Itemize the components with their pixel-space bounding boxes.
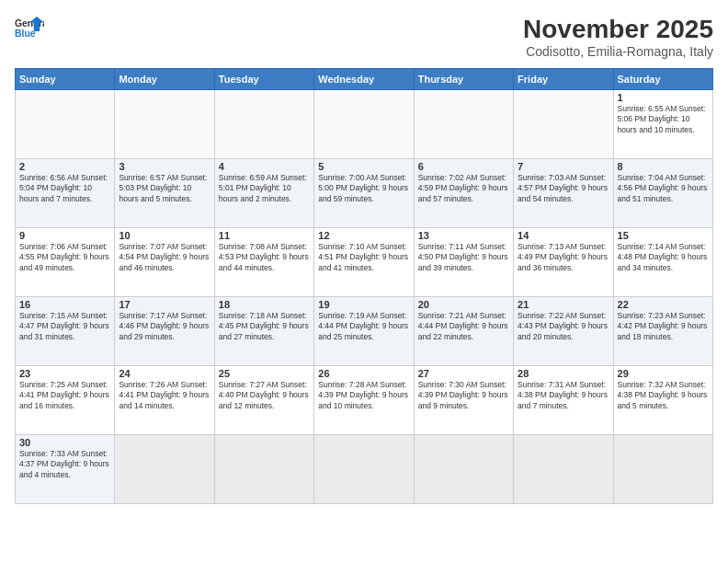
day-number: 25 — [219, 368, 310, 379]
col-monday: Monday — [115, 69, 214, 90]
day-number: 5 — [318, 161, 409, 172]
table-row: 3Sunrise: 6:57 AM Sunset: 5:03 PM Daylig… — [115, 159, 214, 228]
col-saturday: Saturday — [613, 69, 712, 90]
day-number: 30 — [19, 437, 110, 448]
calendar-week-row: 16Sunrise: 7:15 AM Sunset: 4:47 PM Dayli… — [16, 297, 713, 366]
table-row: 26Sunrise: 7:28 AM Sunset: 4:39 PM Dayli… — [314, 366, 414, 435]
table-row — [514, 90, 613, 159]
day-number: 8 — [618, 161, 709, 172]
day-info: Sunrise: 7:10 AM Sunset: 4:51 PM Dayligh… — [318, 242, 409, 273]
day-number: 4 — [219, 161, 310, 172]
day-number: 26 — [318, 368, 409, 379]
table-row: 11Sunrise: 7:08 AM Sunset: 4:53 PM Dayli… — [214, 228, 313, 297]
col-sunday: Sunday — [16, 69, 115, 90]
table-row — [314, 435, 414, 504]
day-number: 10 — [119, 230, 210, 241]
day-info: Sunrise: 7:25 AM Sunset: 4:41 PM Dayligh… — [19, 380, 110, 411]
table-row: 20Sunrise: 7:21 AM Sunset: 4:44 PM Dayli… — [414, 297, 513, 366]
day-info: Sunrise: 6:59 AM Sunset: 5:01 PM Dayligh… — [219, 173, 310, 204]
day-number: 20 — [418, 299, 509, 310]
table-row: 17Sunrise: 7:17 AM Sunset: 4:46 PM Dayli… — [115, 297, 214, 366]
table-row: 2Sunrise: 6:56 AM Sunset: 5:04 PM Daylig… — [16, 159, 115, 228]
day-info: Sunrise: 7:27 AM Sunset: 4:40 PM Dayligh… — [219, 380, 310, 411]
day-info: Sunrise: 7:07 AM Sunset: 4:54 PM Dayligh… — [119, 242, 210, 273]
table-row — [16, 90, 115, 159]
day-info: Sunrise: 7:22 AM Sunset: 4:43 PM Dayligh… — [518, 311, 609, 342]
day-number: 12 — [318, 230, 409, 241]
calendar-week-row: 23Sunrise: 7:25 AM Sunset: 4:41 PM Dayli… — [16, 366, 713, 435]
table-row — [115, 435, 214, 504]
table-row — [514, 435, 613, 504]
day-info: Sunrise: 6:56 AM Sunset: 5:04 PM Dayligh… — [19, 173, 110, 204]
table-row: 21Sunrise: 7:22 AM Sunset: 4:43 PM Dayli… — [514, 297, 613, 366]
day-info: Sunrise: 7:11 AM Sunset: 4:50 PM Dayligh… — [418, 242, 509, 273]
day-info: Sunrise: 7:31 AM Sunset: 4:38 PM Dayligh… — [518, 380, 609, 411]
day-info: Sunrise: 7:19 AM Sunset: 4:44 PM Dayligh… — [318, 311, 409, 342]
table-row: 19Sunrise: 7:19 AM Sunset: 4:44 PM Dayli… — [314, 297, 414, 366]
table-row: 12Sunrise: 7:10 AM Sunset: 4:51 PM Dayli… — [314, 228, 414, 297]
table-row: 18Sunrise: 7:18 AM Sunset: 4:45 PM Dayli… — [214, 297, 313, 366]
table-row — [214, 435, 313, 504]
day-number: 15 — [618, 230, 709, 241]
generalblue-logo-icon: General Blue — [15, 15, 44, 40]
day-number: 11 — [219, 230, 310, 241]
table-row: 15Sunrise: 7:14 AM Sunset: 4:48 PM Dayli… — [613, 228, 712, 297]
table-row: 7Sunrise: 7:03 AM Sunset: 4:57 PM Daylig… — [514, 159, 613, 228]
day-number: 16 — [19, 299, 110, 310]
day-info: Sunrise: 6:55 AM Sunset: 5:06 PM Dayligh… — [618, 104, 709, 135]
table-row — [214, 90, 313, 159]
day-info: Sunrise: 6:57 AM Sunset: 5:03 PM Dayligh… — [119, 173, 210, 204]
table-row: 30Sunrise: 7:33 AM Sunset: 4:37 PM Dayli… — [16, 435, 115, 504]
day-number: 27 — [418, 368, 509, 379]
day-number: 22 — [618, 299, 709, 310]
location: Codisotto, Emilia-Romagna, Italy — [523, 44, 713, 59]
calendar-week-row: 2Sunrise: 6:56 AM Sunset: 5:04 PM Daylig… — [16, 159, 713, 228]
day-info: Sunrise: 7:13 AM Sunset: 4:49 PM Dayligh… — [518, 242, 609, 273]
day-number: 1 — [618, 92, 709, 103]
header: General Blue November 2025 Codisotto, Em… — [15, 15, 713, 59]
month-title: November 2025 — [523, 15, 713, 44]
table-row: 22Sunrise: 7:23 AM Sunset: 4:42 PM Dayli… — [613, 297, 712, 366]
day-info: Sunrise: 7:08 AM Sunset: 4:53 PM Dayligh… — [219, 242, 310, 273]
day-info: Sunrise: 7:00 AM Sunset: 5:00 PM Dayligh… — [318, 173, 409, 204]
table-row: 4Sunrise: 6:59 AM Sunset: 5:01 PM Daylig… — [214, 159, 313, 228]
day-number: 2 — [19, 161, 110, 172]
table-row — [613, 435, 712, 504]
day-info: Sunrise: 7:18 AM Sunset: 4:45 PM Dayligh… — [219, 311, 310, 342]
svg-text:Blue: Blue — [15, 29, 36, 39]
day-number: 13 — [418, 230, 509, 241]
calendar-header-row: Sunday Monday Tuesday Wednesday Thursday… — [16, 69, 713, 90]
col-tuesday: Tuesday — [214, 69, 313, 90]
table-row: 8Sunrise: 7:04 AM Sunset: 4:56 PM Daylig… — [613, 159, 712, 228]
table-row: 27Sunrise: 7:30 AM Sunset: 4:39 PM Dayli… — [414, 366, 513, 435]
col-friday: Friday — [514, 69, 613, 90]
day-number: 28 — [518, 368, 609, 379]
day-info: Sunrise: 7:28 AM Sunset: 4:39 PM Dayligh… — [318, 380, 409, 411]
day-number: 7 — [518, 161, 609, 172]
table-row: 24Sunrise: 7:26 AM Sunset: 4:41 PM Dayli… — [115, 366, 214, 435]
table-row: 1Sunrise: 6:55 AM Sunset: 5:06 PM Daylig… — [613, 90, 712, 159]
day-info: Sunrise: 7:06 AM Sunset: 4:55 PM Dayligh… — [19, 242, 110, 273]
col-thursday: Thursday — [414, 69, 513, 90]
day-number: 14 — [518, 230, 609, 241]
day-info: Sunrise: 7:30 AM Sunset: 4:39 PM Dayligh… — [418, 380, 509, 411]
page: General Blue November 2025 Codisotto, Em… — [0, 0, 728, 563]
day-number: 6 — [418, 161, 509, 172]
day-info: Sunrise: 7:14 AM Sunset: 4:48 PM Dayligh… — [618, 242, 709, 273]
day-info: Sunrise: 7:21 AM Sunset: 4:44 PM Dayligh… — [418, 311, 509, 342]
day-info: Sunrise: 7:32 AM Sunset: 4:38 PM Dayligh… — [618, 380, 709, 411]
day-number: 29 — [618, 368, 709, 379]
day-number: 24 — [119, 368, 210, 379]
day-number: 23 — [19, 368, 110, 379]
day-info: Sunrise: 7:33 AM Sunset: 4:37 PM Dayligh… — [19, 449, 110, 480]
day-number: 21 — [518, 299, 609, 310]
table-row — [115, 90, 214, 159]
col-wednesday: Wednesday — [314, 69, 414, 90]
table-row: 10Sunrise: 7:07 AM Sunset: 4:54 PM Dayli… — [115, 228, 214, 297]
day-info: Sunrise: 7:04 AM Sunset: 4:56 PM Dayligh… — [618, 173, 709, 204]
day-number: 3 — [119, 161, 210, 172]
table-row: 16Sunrise: 7:15 AM Sunset: 4:47 PM Dayli… — [16, 297, 115, 366]
calendar-week-row: 9Sunrise: 7:06 AM Sunset: 4:55 PM Daylig… — [16, 228, 713, 297]
day-info: Sunrise: 7:26 AM Sunset: 4:41 PM Dayligh… — [119, 380, 210, 411]
table-row: 23Sunrise: 7:25 AM Sunset: 4:41 PM Dayli… — [16, 366, 115, 435]
